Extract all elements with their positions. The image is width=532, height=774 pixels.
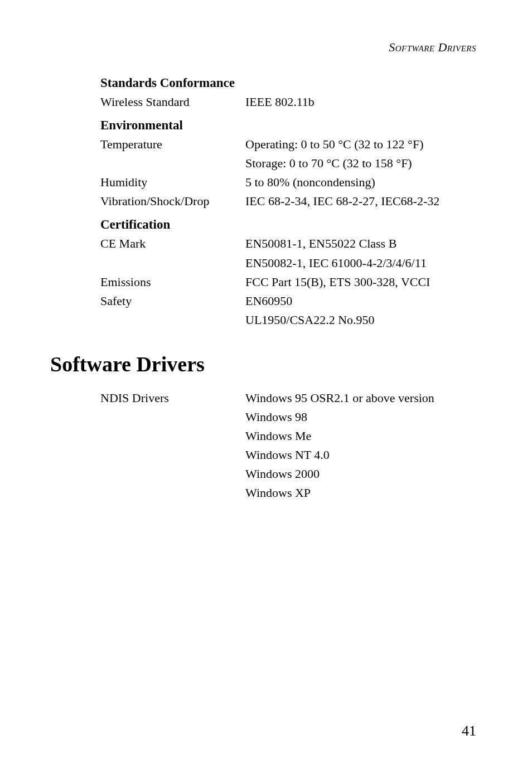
spec-label (100, 427, 245, 446)
spec-value: Windows 98 (245, 408, 476, 427)
spec-value: Windows NT 4.0 (245, 446, 476, 465)
spec-value: Windows XP (245, 483, 476, 502)
spec-label: Wireless Standard (100, 93, 245, 112)
spec-label (100, 465, 245, 483)
spec-value: EN50082-1, IEC 61000-4-2/3/4/6/11 (245, 254, 476, 273)
spec-row: Windows NT 4.0 (100, 446, 476, 465)
spec-row: Windows XP (100, 483, 476, 502)
spec-row: Windows 98 (100, 408, 476, 427)
spec-label: CE Mark (100, 234, 245, 253)
spec-label: Humidity (100, 173, 245, 192)
spec-row: EN50082-1, IEC 61000-4-2/3/4/6/11 (100, 254, 476, 273)
spec-label: Emissions (100, 273, 245, 292)
spec-label (100, 154, 245, 173)
spec-row: Humidity 5 to 80% (noncondensing) (100, 173, 476, 192)
spec-row: Vibration/Shock/Drop IEC 68-2-34, IEC 68… (100, 192, 476, 211)
spec-value: 5 to 80% (noncondensing) (245, 173, 476, 192)
spec-value: EN60950 (245, 292, 476, 311)
spec-row: Safety EN60950 (100, 292, 476, 311)
spec-label (100, 254, 245, 273)
spec-value: Windows 2000 (245, 465, 476, 483)
page-running-header: Software Drivers (100, 40, 476, 55)
environmental-section: Environmental Temperature Operating: 0 t… (100, 118, 476, 211)
spec-value: Operating: 0 to 50 °C (32 to 122 °F) (245, 135, 476, 154)
page-number: 41 (462, 723, 476, 739)
spec-row: Temperature Operating: 0 to 50 °C (32 to… (100, 135, 476, 154)
spec-value: FCC Part 15(B), ETS 300-328, VCCI (245, 273, 476, 292)
main-heading-software-drivers: Software Drivers (50, 352, 476, 376)
spec-value: IEC 68-2-34, IEC 68-2-27, IEC68-2-32 (245, 192, 476, 211)
spec-value: Windows 95 OSR2.1 or above version (245, 389, 476, 408)
spec-label: NDIS Drivers (100, 389, 245, 408)
section-heading-certification: Certification (100, 217, 476, 232)
spec-row: UL1950/CSA22.2 No.950 (100, 311, 476, 330)
spec-label: Temperature (100, 135, 245, 154)
spec-value: UL1950/CSA22.2 No.950 (245, 311, 476, 330)
spec-row: Wireless Standard IEEE 802.11b (100, 93, 476, 112)
section-heading-environmental: Environmental (100, 118, 476, 133)
spec-row: Emissions FCC Part 15(B), ETS 300-328, V… (100, 273, 476, 292)
spec-row: NDIS Drivers Windows 95 OSR2.1 or above … (100, 389, 476, 408)
spec-value: EN50081-1, EN55022 Class B (245, 234, 476, 253)
spec-label (100, 311, 245, 330)
spec-row: Windows Me (100, 427, 476, 446)
spec-row: Storage: 0 to 70 °C (32 to 158 °F) (100, 154, 476, 173)
software-drivers-section: NDIS Drivers Windows 95 OSR2.1 or above … (100, 389, 476, 503)
spec-label (100, 408, 245, 427)
spec-row: Windows 2000 (100, 465, 476, 483)
standards-conformance-section: Standards Conformance Wireless Standard … (100, 76, 476, 112)
spec-value: Windows Me (245, 427, 476, 446)
spec-label: Safety (100, 292, 245, 311)
spec-row: CE Mark EN50081-1, EN55022 Class B (100, 234, 476, 253)
spec-label (100, 446, 245, 465)
section-heading-standards: Standards Conformance (100, 76, 476, 90)
spec-value: Storage: 0 to 70 °C (32 to 158 °F) (245, 154, 476, 173)
spec-value: IEEE 802.11b (245, 93, 476, 112)
spec-label (100, 483, 245, 502)
spec-label: Vibration/Shock/Drop (100, 192, 245, 211)
certification-section: Certification CE Mark EN50081-1, EN55022… (100, 217, 476, 329)
